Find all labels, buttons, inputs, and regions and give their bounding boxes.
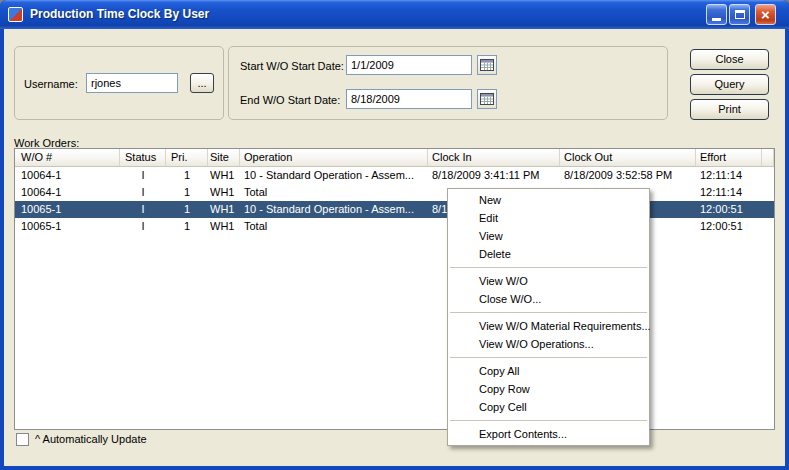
effort-cell: 12:00:51 [696,201,762,218]
table-row[interactable]: 10064-1 I 1 WH1 Total 12:11:14 [15,184,774,201]
menu-item-copy-all[interactable]: Copy All [448,362,649,380]
browse-username-button[interactable]: ... [190,73,214,93]
close-window-button[interactable]: × [755,4,776,25]
menu-separator [450,267,647,268]
operation-cell: Total [240,218,428,235]
close-icon: × [761,7,770,22]
effort-cell: 12:00:51 [696,218,762,235]
menu-item-copy-row[interactable]: Copy Row [448,380,649,398]
menu-item-view-wo-material-requirements[interactable]: View W/O Material Requirements... [448,317,649,335]
window-title: Production Time Clock By User [30,0,209,29]
menu-item-new[interactable]: New [448,191,649,209]
table-row[interactable]: 10065-1 I 1 WH1 Total 12:00:51 [15,218,774,235]
start-date-calendar-button[interactable] [477,55,497,75]
start-date-label: Start W/O Start Date: [240,56,344,76]
operation-cell: Total [240,184,428,201]
clock-out-cell: 8/18/2009 3:52:58 PM [560,167,696,184]
minimize-icon [712,18,721,21]
end-date-calendar-button[interactable] [477,89,497,109]
operation-cell: 10 - Standard Operation - Assem... [240,201,428,218]
column-header-pri[interactable]: Pri. [166,149,208,166]
menu-separator [450,357,647,358]
menu-separator [450,420,647,421]
status-cell: I [120,184,166,201]
browse-label: ... [197,77,206,89]
column-header-clock-out[interactable]: Clock Out [560,149,696,166]
effort-cell: 12:11:14 [696,184,762,201]
auto-update-label: ^ Automatically Update [35,431,147,448]
auto-update-checkbox[interactable] [16,433,29,446]
query-button[interactable]: Query [690,74,769,95]
maximize-icon [735,10,745,19]
end-date-label: End W/O Start Date: [240,90,340,110]
wo-cell: 10065-1 [15,218,120,235]
menu-item-export-contents[interactable]: Export Contents... [448,425,649,443]
minimize-button[interactable] [706,4,727,25]
username-input[interactable] [86,73,178,93]
pri-cell: 1 [166,218,208,235]
wo-cell: 10065-1 [15,201,120,218]
menu-item-delete[interactable]: Delete [448,245,649,263]
site-cell: WH1 [208,184,240,201]
status-cell: I [120,201,166,218]
title-bar[interactable]: Production Time Clock By User × [0,0,789,29]
status-cell: I [120,167,166,184]
work-orders-table: W/O # Status Pri. Site Operation Clock I… [14,148,775,430]
menu-separator [450,312,647,313]
dialog-window: Production Time Clock By User × Username… [0,0,789,470]
app-icon [8,7,23,22]
column-header-clock-in[interactable]: Clock In [428,149,560,166]
print-button[interactable]: Print [690,99,769,120]
menu-item-close-wo[interactable]: Close W/O... [448,290,649,308]
close-button[interactable]: Close [690,49,769,70]
column-header-operation[interactable]: Operation [240,149,428,166]
menu-item-edit[interactable]: Edit [448,209,649,227]
table-header-row: W/O # Status Pri. Site Operation Clock I… [15,149,774,167]
table-row-selected[interactable]: 10065-1 I 1 WH1 10 - Standard Operation … [15,201,774,218]
menu-item-view-wo[interactable]: View W/O [448,272,649,290]
site-cell: WH1 [208,201,240,218]
end-date-input[interactable] [346,89,472,109]
menu-item-view[interactable]: View [448,227,649,245]
column-header-status[interactable]: Status [120,149,166,166]
pri-cell: 1 [166,201,208,218]
wo-cell: 10064-1 [15,167,120,184]
menu-item-view-wo-operations[interactable]: View W/O Operations... [448,335,649,353]
operation-cell: 10 - Standard Operation - Assem... [240,167,428,184]
column-header-wo[interactable]: W/O # [15,149,120,166]
username-label: Username: [24,74,78,94]
column-header-effort[interactable]: Effort [696,149,762,166]
status-cell: I [120,218,166,235]
maximize-button[interactable] [729,4,750,25]
effort-cell: 12:11:14 [696,167,762,184]
clock-in-cell: 8/18/2009 3:41:11 PM [428,167,560,184]
start-date-input[interactable] [346,55,472,75]
wo-cell: 10064-1 [15,184,120,201]
site-cell: WH1 [208,218,240,235]
site-cell: WH1 [208,167,240,184]
calendar-icon [480,93,494,105]
table-row[interactable]: 10064-1 I 1 WH1 10 - Standard Operation … [15,167,774,184]
pri-cell: 1 [166,167,208,184]
column-header-site[interactable]: Site [208,149,240,166]
context-menu: New Edit View Delete View W/O Close W/O.… [447,188,650,446]
pri-cell: 1 [166,184,208,201]
calendar-icon [480,59,494,71]
column-header-filler [762,149,774,166]
menu-item-copy-cell[interactable]: Copy Cell [448,398,649,416]
